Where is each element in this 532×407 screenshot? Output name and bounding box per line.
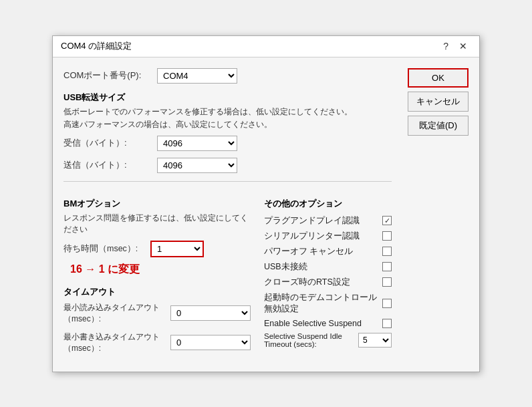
bm-desc: レスポンス問題を修正するには、低い設定にしてください (63, 213, 251, 235)
option-row-2: パワーオフ キャンセル (264, 246, 392, 257)
idle-timeout-select[interactable]: 5 (358, 333, 392, 348)
title-bar-buttons: ? ✕ (439, 39, 471, 53)
send-select[interactable]: 4096 (157, 158, 237, 173)
divider (63, 181, 392, 182)
receive-select[interactable]: 4096 (157, 136, 237, 151)
option-row-1: シリアルプリンター認識 (264, 231, 392, 242)
com-port-row: COMポート番号(P): COM4 (63, 68, 392, 84)
send-row: 送信（バイト）: 4096 (63, 158, 392, 173)
bm-section: BMオプション レスポンス問題を修正するには、低い設定にしてください 待ち時間（… (63, 190, 392, 361)
annotation-text: 16 → 1 に変更 (70, 263, 140, 277)
usb-transfer-title: USB転送サイズ (63, 92, 392, 104)
option-label-4: クローズ時のRTS設定 (264, 277, 350, 288)
min-write-select[interactable]: 0 (170, 335, 251, 350)
right-buttons: OK キャンセル 既定値(D) (408, 68, 469, 361)
min-read-label: 最小読み込みタイムアウト（msec）: (63, 302, 170, 325)
usb-transfer-section: USB転送サイズ 低ボーレートでのパフォーマンスを修正する場合は、低い設定にして… (63, 92, 392, 173)
ok-button[interactable]: OK (408, 68, 469, 88)
option-checkbox-4[interactable] (382, 277, 392, 287)
other-options-title: その他のオプション (264, 198, 392, 210)
option-checkbox-3[interactable] (382, 262, 392, 271)
option-label-2: パワーオフ キャンセル (264, 246, 353, 257)
min-write-label: 最小書き込みタイムアウト（msec）: (63, 331, 170, 354)
com-port-select[interactable]: COM4 (157, 68, 237, 84)
dialog-title: COM4 の詳細設定 (61, 40, 132, 52)
min-write-row: 最小書き込みタイムアウト（msec）: 0 (63, 331, 251, 354)
timeout-section: タイムアウト 最小読み込みタイムアウト（msec）: 0 最小書き込みタイムアウ… (63, 286, 251, 354)
option-checkbox-1[interactable] (382, 231, 392, 241)
wait-row: 待ち時間（msec）: 1 (63, 241, 251, 257)
default-button[interactable]: 既定値(D) (408, 116, 469, 136)
bm-left: BMオプション レスポンス問題を修正するには、低い設定にしてください 待ち時間（… (63, 190, 251, 361)
options-list: プラグアンドプレイ認識✓シリアルプリンター認識パワーオフ キャンセルUSB未接続… (264, 215, 392, 328)
left-panel: COMポート番号(P): COM4 USB転送サイズ 低ボーレートでのパフォーマ… (63, 68, 408, 361)
dialog-body: COMポート番号(P): COM4 USB転送サイズ 低ボーレートでのパフォーマ… (53, 57, 479, 372)
bm-right: その他のオプション プラグアンドプレイ認識✓シリアルプリンター認識パワーオフ キ… (264, 190, 392, 361)
idle-timeout-label: Selective Suspend Idle Timeout (secs): (264, 332, 358, 348)
timeout-title: タイムアウト (63, 286, 251, 298)
option-label-3: USB未接続 (264, 261, 307, 273)
dialog-window: COM4 の詳細設定 ? ✕ COMポート番号(P): COM4 USB転送サイ… (52, 35, 480, 372)
wait-select[interactable]: 1 (150, 241, 204, 257)
receive-row: 受信（バイト）: 4096 (63, 136, 392, 151)
option-label-6: Enable Selective Suspend (264, 319, 362, 328)
option-row-3: USB未接続 (264, 261, 392, 273)
receive-label: 受信（バイト）: (63, 137, 157, 149)
send-label: 送信（バイト）: (63, 159, 157, 171)
option-checkbox-5[interactable] (382, 299, 392, 308)
option-row-6: Enable Selective Suspend (264, 319, 392, 328)
usb-desc1: 低ボーレートでのパフォーマンスを修正する場合は、低い設定にしてください。 (63, 106, 392, 118)
option-label-5: 起動時のモデムコントロール無効設定 (264, 292, 382, 315)
wait-label: 待ち時間（msec）: (63, 243, 150, 255)
option-checkbox-6[interactable] (382, 319, 392, 328)
close-button[interactable]: ✕ (455, 39, 471, 53)
annotation-row: 16 → 1 に変更 (63, 260, 251, 277)
com-port-label: COMポート番号(P): (63, 70, 157, 82)
option-checkbox-0[interactable]: ✓ (382, 216, 392, 225)
option-checkbox-2[interactable] (382, 247, 392, 256)
option-row-5: 起動時のモデムコントロール無効設定 (264, 292, 392, 315)
option-row-4: クローズ時のRTS設定 (264, 277, 392, 288)
option-label-0: プラグアンドプレイ認識 (264, 215, 360, 227)
usb-desc2: 高速パフォーマンスの場合は、高い設定にしてください。 (63, 119, 392, 130)
idle-timeout-row: Selective Suspend Idle Timeout (secs): 5 (264, 332, 392, 348)
option-label-1: シリアルプリンター認識 (264, 231, 360, 242)
cancel-button[interactable]: キャンセル (408, 92, 469, 112)
min-read-select[interactable]: 0 (170, 305, 251, 321)
bm-title: BMオプション (63, 198, 251, 210)
min-read-row: 最小読み込みタイムアウト（msec）: 0 (63, 302, 251, 325)
option-row-0: プラグアンドプレイ認識✓ (264, 215, 392, 227)
help-button[interactable]: ? (439, 39, 452, 53)
title-bar: COM4 の詳細設定 ? ✕ (53, 36, 479, 57)
